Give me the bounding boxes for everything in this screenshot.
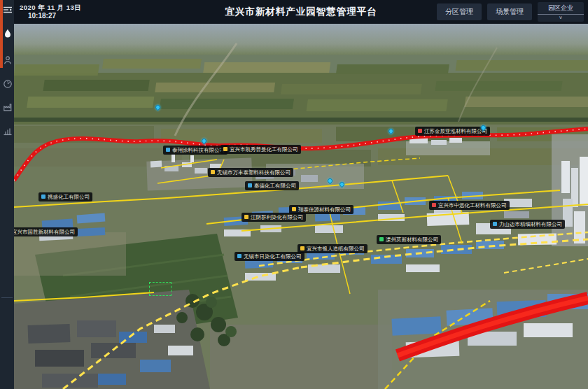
park-enterprise-dropdown[interactable]: 园区企业 ∨	[538, 2, 584, 22]
company-label[interactable]: 宜兴市凯秀普曼化工有限公司	[220, 145, 301, 154]
zone-management-button[interactable]: 分区管理	[437, 3, 482, 20]
header-actions: 分区管理 场景管理 园区企业 ∨	[437, 0, 584, 24]
company-label-text: 宜兴市银人造纸有限公司	[307, 246, 365, 252]
company-label-text: 江阴群利染化有限公司	[251, 215, 303, 220]
company-marker-icon	[237, 254, 241, 258]
company-label[interactable]: 翔泰佳源材料有限公司	[289, 205, 354, 214]
factory-icon[interactable]	[3, 102, 13, 112]
company-label[interactable]: 无锡市日染化工有限公司	[234, 252, 304, 261]
person-icon[interactable]	[3, 55, 13, 65]
company-marker-icon	[379, 237, 384, 241]
company-marker-icon	[211, 170, 215, 174]
company-label-text: 溧州莫新材料有限公司	[386, 237, 438, 243]
company-label[interactable]: 溧州莫新材料有限公司	[377, 235, 441, 244]
map-canvas[interactable]: 泰翔涂料科技有限公司宜兴市凯秀普曼化工有限公司无锡市万丰泰塑料科技有限公司秦德化…	[14, 24, 588, 389]
company-label[interactable]: 宜兴市国胜新材料有限公司	[14, 227, 78, 236]
company-label[interactable]: 宜兴市中远化工材料有限公司	[429, 201, 510, 210]
company-marker-icon	[493, 222, 497, 226]
chevron-down-icon: ∨	[538, 15, 584, 20]
sidebar-divider	[1, 297, 13, 298]
map-overlay-layer: 泰翔涂料科技有限公司宜兴市凯秀普曼化工有限公司无锡市万丰泰塑料科技有限公司秦德化…	[14, 24, 588, 389]
company-marker-icon	[432, 203, 436, 207]
company-label-text: 携盛化工有限公司	[48, 194, 90, 200]
scene-management-button[interactable]: 场景管理	[487, 3, 532, 20]
company-label[interactable]: 携盛化工有限公司	[38, 192, 92, 201]
company-marker-icon	[41, 194, 46, 199]
company-label-text: 江苏金晨亚泓材料有限公司	[424, 129, 487, 134]
company-label-text: 泰翔涂料科技有限公司	[172, 148, 225, 153]
location-pin-icon[interactable]	[388, 128, 395, 135]
gauge-icon[interactable]	[3, 79, 13, 89]
company-label-text: 宜兴市中远化工材料有限公司	[438, 203, 507, 208]
park-enterprise-dropdown-label: 园区企业	[538, 3, 584, 15]
company-label-text: 宜兴市凯秀普曼化工有限公司	[230, 147, 298, 153]
location-pin-icon[interactable]	[155, 104, 162, 111]
company-marker-icon	[292, 207, 296, 211]
company-label[interactable]: 江苏金晨亚泓材料有限公司	[415, 127, 490, 136]
company-label-text: 秦德化工有限公司	[254, 183, 296, 189]
company-marker-icon	[300, 246, 304, 250]
location-pin-icon[interactable]	[339, 181, 346, 188]
company-marker-icon	[244, 215, 248, 219]
app-window: 2020 年 11 月 13日 10:18:27 宜兴市新材料产业园智慧管理平台…	[0, 0, 588, 389]
company-label[interactable]: 江阴群利染化有限公司	[241, 213, 306, 222]
company-label[interactable]: 宜兴市银人造纸有限公司	[298, 244, 368, 253]
company-label-text: 无锡市万丰泰塑料科技有限公司	[217, 170, 290, 176]
company-label[interactable]: 力山边市精细材料有限公司	[490, 220, 565, 229]
company-label[interactable]: 秦德化工有限公司	[245, 181, 299, 190]
company-label-text: 宜兴市国胜新材料有限公司	[14, 229, 75, 235]
company-label[interactable]: 泰翔涂料科技有限公司	[163, 146, 227, 155]
company-label[interactable]: 无锡市万丰泰塑料科技有限公司	[208, 168, 293, 177]
company-marker-icon	[248, 183, 252, 188]
company-marker-icon	[166, 148, 170, 152]
location-pin-icon[interactable]	[201, 138, 208, 145]
menu-icon[interactable]	[3, 5, 13, 15]
company-label-text: 无锡市日染化工有限公司	[244, 254, 302, 260]
company-marker-icon	[418, 129, 422, 133]
sidebar	[0, 0, 14, 389]
company-label-text: 力山边市精细材料有限公司	[499, 222, 562, 227]
location-pin-icon[interactable]	[327, 178, 334, 185]
header-bar: 2020 年 11 月 13日 10:18:27 宜兴市新材料产业园智慧管理平台…	[14, 0, 588, 24]
company-label-text: 翔泰佳源材料有限公司	[298, 207, 351, 213]
company-marker-icon	[223, 147, 227, 151]
flame-icon[interactable]	[3, 29, 13, 38]
bar-chart-icon[interactable]	[3, 126, 13, 136]
selection-box	[149, 282, 172, 296]
